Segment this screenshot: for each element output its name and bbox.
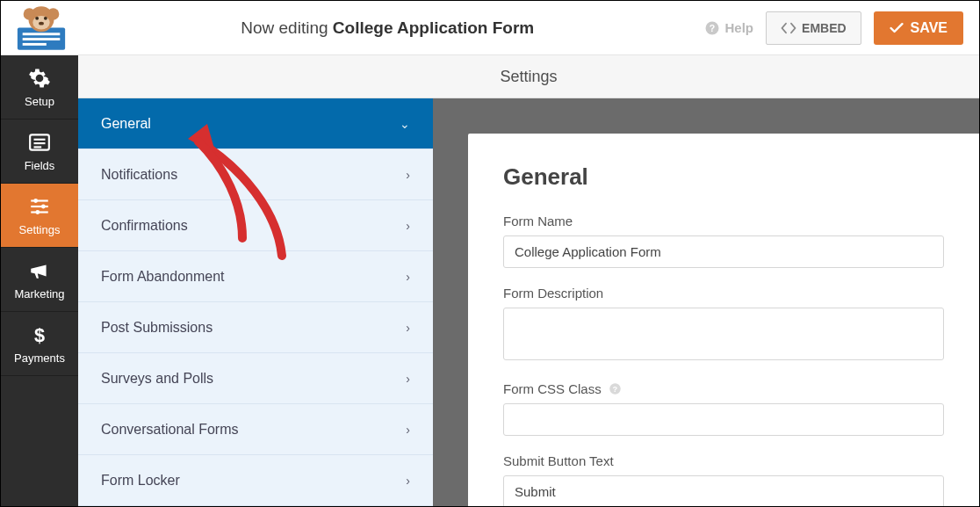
help-icon: ? xyxy=(704,20,720,36)
left-rail: Setup Fields Settings Marketing $ Paymen… xyxy=(1,55,78,506)
svg-text:$: $ xyxy=(34,323,45,345)
svg-text:?: ? xyxy=(709,22,714,33)
embed-button[interactable]: EMBED xyxy=(766,11,861,45)
css-class-input[interactable] xyxy=(503,403,944,436)
app-logo xyxy=(11,4,71,52)
panel-heading: General xyxy=(503,163,944,191)
settings-panel: General Form Name Form Description Form … xyxy=(468,134,979,506)
svg-point-21 xyxy=(41,204,46,208)
rail-item-fields[interactable]: Fields xyxy=(1,120,78,184)
subnav-item-label: Form Abandonment xyxy=(101,269,225,285)
chevron-right-icon: › xyxy=(406,270,410,284)
subnav-item-form-abandonment[interactable]: Form Abandonment › xyxy=(78,251,433,302)
svg-point-6 xyxy=(47,8,60,20)
list-icon xyxy=(28,131,51,154)
svg-rect-1 xyxy=(23,33,61,35)
svg-rect-3 xyxy=(23,43,47,46)
rail-item-label: Marketing xyxy=(14,287,64,301)
form-name-input[interactable] xyxy=(503,235,944,268)
field-submit-text: Submit Button Text xyxy=(503,453,944,506)
main-stage: General Form Name Form Description Form … xyxy=(433,98,979,506)
svg-text:?: ? xyxy=(613,385,617,394)
gear-icon xyxy=(28,67,51,90)
megaphone-icon xyxy=(28,259,51,282)
subnav-item-notifications[interactable]: Notifications › xyxy=(78,149,433,200)
svg-point-20 xyxy=(33,199,38,203)
chevron-right-icon: › xyxy=(406,474,410,488)
svg-point-10 xyxy=(39,22,44,25)
rail-item-label: Settings xyxy=(19,223,61,236)
top-bar: Now editing College Application Form ? H… xyxy=(1,1,979,55)
dollar-icon: $ xyxy=(28,323,51,346)
chevron-right-icon: › xyxy=(406,219,410,233)
svg-point-5 xyxy=(24,8,36,20)
svg-point-8 xyxy=(35,17,39,20)
rail-item-marketing[interactable]: Marketing xyxy=(1,248,78,312)
editing-prefix: Now editing xyxy=(241,18,328,37)
rail-item-label: Setup xyxy=(25,95,54,108)
subnav-item-label: Notifications xyxy=(101,167,177,183)
page-title: Now editing College Application Form xyxy=(71,18,704,38)
subnav-item-post-submissions[interactable]: Post Submissions › xyxy=(78,302,433,353)
rail-item-label: Fields xyxy=(25,159,55,172)
subnav-item-label: General xyxy=(101,116,151,132)
subnav-item-confirmations[interactable]: Confirmations › xyxy=(78,200,433,251)
chevron-right-icon: › xyxy=(406,168,410,182)
subnav-item-label: Confirmations xyxy=(101,218,188,234)
code-icon xyxy=(781,22,796,34)
chevron-down-icon: ⌄ xyxy=(400,117,410,131)
sliders-icon xyxy=(28,195,51,218)
rail-item-label: Payments xyxy=(14,351,65,365)
subnav-item-general[interactable]: General ⌄ xyxy=(78,98,433,149)
field-label: Submit Button Text xyxy=(503,453,944,468)
settings-subheader: Settings xyxy=(78,55,979,98)
editing-form-name: College Application Form xyxy=(333,18,534,37)
subnav-item-form-locker[interactable]: Form Locker › xyxy=(78,455,433,506)
chevron-right-icon: › xyxy=(406,423,410,437)
rail-item-settings[interactable]: Settings xyxy=(1,184,78,248)
subnav-item-label: Post Submissions xyxy=(101,320,213,336)
field-form-name: Form Name xyxy=(503,214,944,268)
submit-text-input[interactable] xyxy=(503,475,944,506)
form-description-input[interactable] xyxy=(503,308,944,360)
check-icon xyxy=(890,22,904,34)
svg-point-22 xyxy=(35,210,40,214)
rail-item-payments[interactable]: $ Payments xyxy=(1,312,78,376)
save-button[interactable]: SAVE xyxy=(874,11,963,45)
subnav-item-label: Surveys and Polls xyxy=(101,371,213,387)
svg-point-9 xyxy=(44,17,47,20)
field-form-description: Form Description xyxy=(503,286,944,364)
subnav-item-conversational-forms[interactable]: Conversational Forms › xyxy=(78,404,433,455)
help-icon[interactable]: ? xyxy=(609,381,622,396)
chevron-right-icon: › xyxy=(406,321,410,335)
settings-subnav: General ⌄ Notifications › Confirmations … xyxy=(78,98,433,506)
field-css-class: Form CSS Class ? xyxy=(503,381,944,436)
field-label: Form Description xyxy=(503,286,944,301)
subheader-title: Settings xyxy=(500,68,557,86)
field-label: Form CSS Class ? xyxy=(503,381,944,396)
subnav-item-label: Conversational Forms xyxy=(101,422,239,438)
top-actions: ? Help EMBED SAVE xyxy=(704,11,963,45)
help-link[interactable]: ? Help xyxy=(704,20,754,36)
embed-label: EMBED xyxy=(802,21,847,35)
save-label: SAVE xyxy=(911,20,948,36)
chevron-right-icon: › xyxy=(406,372,410,386)
subnav-item-surveys-polls[interactable]: Surveys and Polls › xyxy=(78,353,433,404)
field-label: Form Name xyxy=(503,214,944,228)
help-label: Help xyxy=(725,20,754,35)
subnav-item-label: Form Locker xyxy=(101,473,180,489)
rail-item-setup[interactable]: Setup xyxy=(1,55,78,120)
svg-rect-2 xyxy=(23,38,61,40)
